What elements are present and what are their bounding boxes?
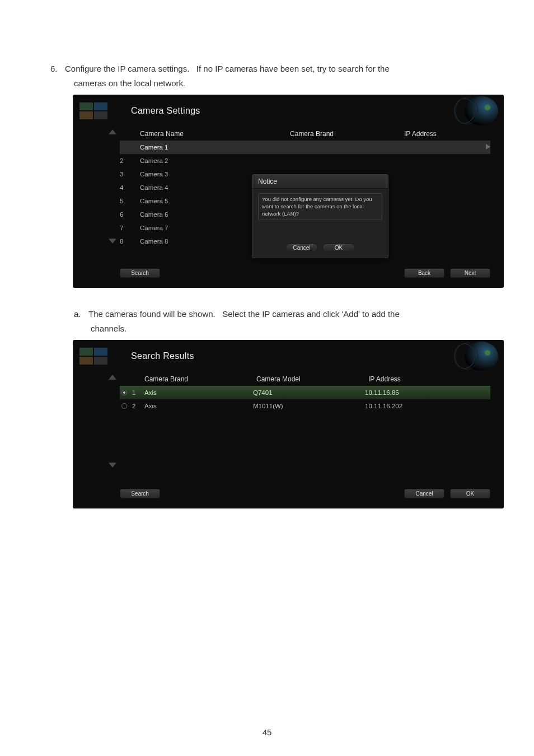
scroll-up-icon[interactable] — [109, 129, 116, 134]
col-ip-address: IP Address — [404, 130, 466, 138]
window-title: Search Results — [131, 351, 194, 361]
scroll-up-icon[interactable] — [109, 375, 116, 380]
svg-rect-1 — [79, 102, 93, 110]
scroll-arrows — [109, 375, 116, 468]
svg-rect-3 — [79, 111, 93, 119]
svg-rect-2 — [94, 102, 107, 110]
table-row[interactable]: Camera 1 — [120, 141, 490, 154]
dialog-cancel-button[interactable]: Cancel — [285, 244, 318, 252]
app-logo-icon — [77, 343, 111, 369]
app-logo-icon — [77, 98, 111, 124]
table-header-row: Camera Name Camera Brand IP Address — [120, 127, 490, 141]
footer-bar: Search Back Next — [73, 255, 504, 288]
substep-text-line1: The cameras found will be shown. Select … — [88, 309, 400, 319]
window-header: Camera Settings — [73, 95, 504, 127]
ok-button[interactable]: OK — [450, 489, 490, 498]
svg-rect-9 — [77, 343, 111, 369]
substep-text-line2: channels. — [74, 321, 484, 336]
scroll-down-icon[interactable] — [109, 239, 116, 244]
results-table: Camera Brand Camera Model IP Address 1 A… — [73, 372, 504, 480]
back-button[interactable]: Back — [404, 268, 444, 278]
svg-rect-4 — [94, 111, 107, 119]
result-row[interactable]: 2 Axis M1011(W) 10.11.16.202 — [120, 399, 490, 413]
step-a: a.The cameras found will be shown. Selec… — [50, 307, 484, 335]
row-radio[interactable] — [120, 389, 129, 396]
substep-letter: a. — [74, 307, 88, 321]
svg-rect-10 — [79, 348, 93, 356]
camera-settings-screenshot: Camera Settings Camera Name Camera Brand… — [73, 95, 504, 288]
col-camera-name: Camera Name — [140, 130, 219, 138]
notice-dialog: Notice You did not configure any cameras… — [252, 174, 388, 258]
camera-table: Camera Name Camera Brand IP Address Came… — [73, 127, 504, 255]
col-camera-model: Camera Model — [256, 375, 368, 383]
dialog-message: You did not configure any cameras yet. D… — [258, 193, 382, 220]
play-icon[interactable] — [483, 144, 490, 151]
page-number: 45 — [0, 727, 534, 737]
svg-point-15 — [485, 350, 490, 356]
camera-orb-icon — [453, 341, 499, 371]
svg-rect-12 — [79, 357, 93, 365]
col-camera-brand: Camera Brand — [144, 375, 256, 383]
step-text-line2: cameras on the local network. — [50, 76, 484, 91]
table-row[interactable]: 2Camera 2 — [120, 154, 490, 167]
cancel-button[interactable]: Cancel — [404, 489, 444, 498]
row-radio[interactable] — [120, 403, 129, 409]
window-title: Camera Settings — [131, 106, 200, 116]
dialog-ok-button[interactable]: OK — [322, 244, 355, 252]
result-row[interactable]: 1 Axis Q7401 10.11.16.85 — [120, 386, 490, 399]
dialog-title: Notice — [252, 175, 388, 189]
svg-rect-13 — [94, 357, 107, 365]
svg-point-6 — [485, 105, 490, 110]
scroll-down-icon[interactable] — [109, 463, 116, 468]
table-header-row: Camera Brand Camera Model IP Address — [120, 372, 490, 386]
col-ip-address: IP Address — [368, 375, 458, 383]
search-results-screenshot: Search Results Camera Brand Camera Model… — [73, 340, 504, 508]
search-button[interactable]: Search — [120, 268, 160, 278]
window-header: Search Results — [73, 340, 504, 372]
footer-bar: Search Cancel OK — [73, 480, 504, 508]
step-text-line1: Configure the IP camera settings. If no … — [65, 64, 390, 73]
col-camera-brand: Camera Brand — [219, 130, 404, 138]
camera-orb-icon — [453, 96, 499, 126]
step-number: 6. — [50, 62, 65, 76]
search-button[interactable]: Search — [120, 489, 160, 498]
svg-rect-0 — [77, 98, 111, 124]
step-6: 6.Configure the IP camera settings. If n… — [50, 62, 484, 90]
scroll-arrows — [109, 129, 116, 244]
next-button[interactable]: Next — [450, 268, 490, 278]
svg-rect-11 — [94, 348, 107, 356]
